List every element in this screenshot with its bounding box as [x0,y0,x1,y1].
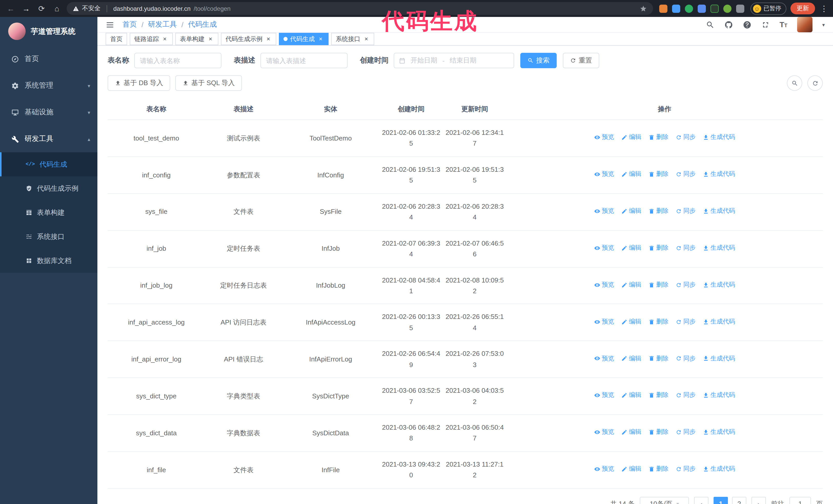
browser-forward-icon[interactable]: → [21,4,32,13]
chrome-update-button[interactable]: 更新 [790,3,815,14]
tab-close-icon[interactable]: × [265,35,272,42]
action-sync[interactable]: 同步 [675,354,696,364]
action-delete[interactable]: 删除 [648,354,668,364]
extensions-puzzle-icon[interactable] [736,4,744,13]
page-size-select[interactable]: 10条/页 ▾ [640,497,689,504]
page-1[interactable]: 1 [714,497,728,504]
action-sync[interactable]: 同步 [675,390,696,401]
action-delete[interactable]: 删除 [648,317,668,327]
action-edit[interactable]: 编辑 [621,243,641,253]
extension-icon[interactable] [723,4,731,13]
extension-icon[interactable] [685,4,693,13]
action-sync[interactable]: 同步 [675,169,696,179]
action-preview[interactable]: 预览 [594,169,614,179]
search-icon[interactable] [706,20,714,29]
action-edit[interactable]: 编辑 [621,317,641,327]
action-edit[interactable]: 编辑 [621,427,641,438]
search-button[interactable]: 搜索 [520,53,557,68]
extension-icon[interactable] [672,4,680,13]
sidebar-item-home[interactable]: 首页 [0,46,97,72]
browser-back-icon[interactable]: ← [5,4,17,13]
action-preview[interactable]: 预览 [594,390,614,401]
bookmark-star-icon[interactable] [640,5,647,12]
address-bar[interactable]: 不安全 dashboard.yudao.iocoder.cn/tool/code… [67,2,653,15]
action-preview[interactable]: 预览 [594,354,614,364]
action-delete[interactable]: 删除 [648,243,668,253]
action-generate-code[interactable]: 生成代码 [703,390,735,401]
extension-icon[interactable] [659,4,667,13]
import-db-button[interactable]: 基于 DB 导入 [108,75,170,91]
action-generate-code[interactable]: 生成代码 [703,280,735,290]
action-delete[interactable]: 删除 [648,133,668,143]
sidebar-item-codegen-example[interactable]: 代码生成示例 [0,176,97,200]
action-edit[interactable]: 编辑 [621,133,641,143]
action-edit[interactable]: 编辑 [621,390,641,401]
browser-home-icon[interactable]: ⌂ [51,4,63,13]
breadcrumb-devtools[interactable]: 研发工具 [148,20,177,29]
date-range-picker[interactable]: 开始日期 - 结束日期 [394,53,514,68]
action-edit[interactable]: 编辑 [621,280,641,290]
action-generate-code[interactable]: 生成代码 [703,169,735,179]
prev-page-button[interactable]: ‹ [694,497,709,504]
tab-close-icon[interactable]: × [162,35,168,42]
sidebar-item-system-api[interactable]: 系统接口 [0,224,97,249]
sidebar-item-form-builder[interactable]: 表单构建 [0,200,97,224]
action-sync[interactable]: 同步 [675,133,696,143]
action-sync[interactable]: 同步 [675,243,696,253]
action-generate-code[interactable]: 生成代码 [703,427,735,438]
browser-menu-icon[interactable]: ⋮ [820,4,828,13]
docs-icon[interactable] [742,20,751,29]
tab-链路追踪[interactable]: 链路追踪× [130,33,173,45]
tab-首页[interactable]: 首页 [105,33,127,45]
browser-reload-icon[interactable]: ⟳ [36,4,47,13]
action-delete[interactable]: 删除 [648,206,668,216]
action-edit[interactable]: 编辑 [621,169,641,179]
action-preview[interactable]: 预览 [594,427,614,438]
action-sync[interactable]: 同步 [675,427,696,438]
action-delete[interactable]: 删除 [648,464,668,474]
sidebar-item-infra[interactable]: 基础设施 ▾ [0,99,97,126]
breadcrumb-codegen[interactable]: 代码生成 [188,20,217,29]
import-sql-button[interactable]: 基于 SQL 导入 [175,75,242,91]
fullscreen-icon[interactable] [761,20,770,29]
profile-paused-badge[interactable]: ☺ 已暂停 [750,2,786,15]
action-sync[interactable]: 同步 [675,280,696,290]
page-2[interactable]: 2 [732,497,746,504]
action-generate-code[interactable]: 生成代码 [703,464,735,474]
action-generate-code[interactable]: 生成代码 [703,206,735,216]
action-generate-code[interactable]: 生成代码 [703,317,735,327]
action-sync[interactable]: 同步 [675,464,696,474]
action-preview[interactable]: 预览 [594,243,614,253]
extension-icon[interactable] [697,4,706,13]
action-preview[interactable]: 预览 [594,464,614,474]
tab-close-icon[interactable]: × [317,35,324,42]
tab-代码生成示例[interactable]: 代码生成示例× [221,33,276,45]
action-generate-code[interactable]: 生成代码 [703,133,735,143]
breadcrumb-home[interactable]: 首页 [122,20,137,29]
action-preview[interactable]: 预览 [594,317,614,327]
github-icon[interactable] [724,20,733,29]
sidebar-toggle-icon[interactable] [105,20,114,29]
sidebar-item-db-docs[interactable]: 数据库文档 [0,249,97,273]
tab-表单构建[interactable]: 表单构建× [175,33,218,45]
avatar[interactable] [797,17,812,32]
action-delete[interactable]: 删除 [648,280,668,290]
action-sync[interactable]: 同步 [675,317,696,327]
action-edit[interactable]: 编辑 [621,354,641,364]
table-name-input[interactable] [134,53,221,68]
font-size-icon[interactable]: TT [780,20,787,29]
action-edit[interactable]: 编辑 [621,206,641,216]
table-desc-input[interactable] [260,53,348,68]
action-generate-code[interactable]: 生成代码 [703,243,735,253]
action-sync[interactable]: 同步 [675,206,696,216]
action-preview[interactable]: 预览 [594,280,614,290]
action-delete[interactable]: 删除 [648,169,668,179]
sidebar-item-system[interactable]: 系统管理 ▾ [0,72,97,99]
action-delete[interactable]: 删除 [648,390,668,401]
action-preview[interactable]: 预览 [594,206,614,216]
tab-close-icon[interactable]: × [207,35,214,42]
next-page-button[interactable]: › [752,497,766,504]
tab-close-icon[interactable]: × [363,35,370,42]
sidebar-item-codegen[interactable]: </> 代码生成 [0,152,97,176]
action-delete[interactable]: 删除 [648,427,668,438]
